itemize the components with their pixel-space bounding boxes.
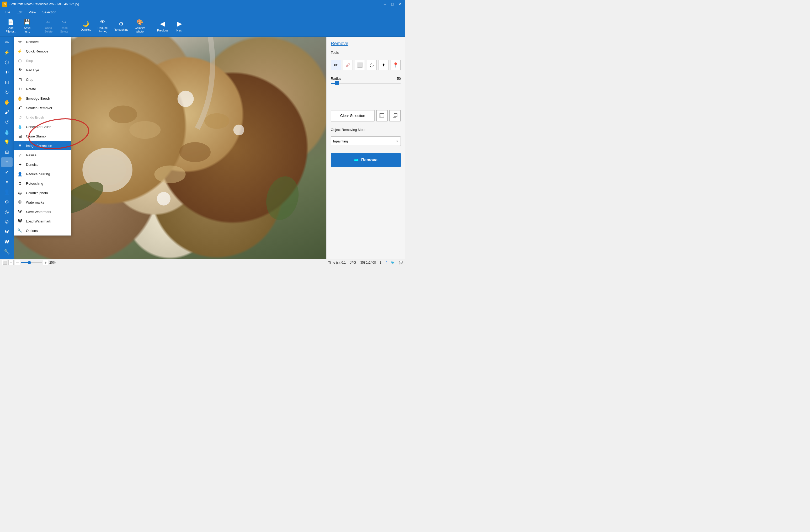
- menu-file[interactable]: File: [2, 10, 13, 15]
- radius-slider-track[interactable]: [331, 83, 401, 84]
- menu-item-save-watermark[interactable]: W Save Watermark: [14, 207, 71, 216]
- twitter-icon[interactable]: 🐦: [391, 261, 395, 264]
- undo-button[interactable]: ↩ Undo Selete: [41, 17, 56, 35]
- sidebar-tool-load-watermark[interactable]: W: [1, 237, 13, 246]
- tool-magic-wand[interactable]: ✦: [378, 60, 389, 70]
- zoom-controls: ⬜ ─ ─ + 25%: [2, 260, 55, 265]
- menu-item-image-correction[interactable]: ≡ Image Correction: [14, 141, 71, 150]
- menu-item-scratch-remover[interactable]: 🖌 Scratch Remover: [14, 103, 71, 113]
- menu-item-clone-stamp[interactable]: ⊞ Clone Stamp: [14, 131, 71, 141]
- dropdown-menu: ✏ Remove ⚡ Quick Remove ⬡ Stop 👁 Red Eye…: [14, 37, 71, 236]
- next-button[interactable]: ▶ Next: [172, 18, 187, 34]
- sidebar-tool-watermarks[interactable]: ©: [1, 217, 13, 227]
- object-mode-dropdown[interactable]: Inpainting ▼: [331, 136, 401, 146]
- menu-item-smudge-brush[interactable]: ✋ Smudge Brush: [14, 94, 71, 103]
- zoom-out-btn[interactable]: ─: [15, 260, 20, 265]
- save-selection-button[interactable]: [376, 110, 388, 122]
- menu-item-colorize[interactable]: ◎ Colorize photo: [14, 188, 71, 197]
- sidebar-tool-options[interactable]: 🔧: [1, 247, 13, 257]
- menu-view[interactable]: View: [26, 10, 38, 15]
- sidebar-tool-retouching[interactable]: ⚙: [1, 197, 13, 207]
- sidebar-tool-crop[interactable]: ⊡: [1, 78, 13, 87]
- sidebar-tool-colorize[interactable]: ◎: [1, 207, 13, 217]
- window-title: SoftOrbits Photo Retoucher Pro - IMG_460…: [10, 2, 79, 6]
- menu-item-reduce-blurring[interactable]: 👤 Reduce blurring: [14, 169, 71, 179]
- svg-point-11: [261, 173, 303, 224]
- spacer: [331, 91, 401, 107]
- sidebar-tool-image-correction[interactable]: ≡: [1, 157, 13, 167]
- previous-button[interactable]: ◀ Previous: [155, 18, 171, 34]
- sidebar-tool-smudge[interactable]: ✋: [1, 98, 13, 107]
- menu-item-crop[interactable]: ⊡ Crop: [14, 75, 71, 84]
- menu-item-remove[interactable]: ✏ Remove: [14, 37, 71, 46]
- tool-select-btn[interactable]: ⬜: [2, 260, 7, 265]
- add-files-label: Add File(s)...: [6, 26, 16, 33]
- clear-selection-button[interactable]: Clear Selection: [331, 110, 375, 122]
- sidebar-tool-quick-remove[interactable]: ⚡: [1, 48, 13, 57]
- facebook-icon[interactable]: f: [386, 261, 387, 264]
- menu-edit[interactable]: Edit: [14, 10, 25, 15]
- load-watermark-menu-icon: W: [17, 218, 23, 224]
- status-left: ⬜ ─ ─ + 25%: [2, 260, 324, 265]
- sidebar-tool-concealer[interactable]: 💧: [1, 128, 13, 137]
- menu-item-undo-brush: ↺ Undo Brush: [14, 113, 71, 122]
- minimize-button[interactable]: ─: [382, 1, 388, 7]
- menu-item-red-eye[interactable]: 👁 Red Eye: [14, 65, 71, 75]
- sidebar-tool-reduce-blurring[interactable]: 👤: [1, 187, 13, 197]
- colorize-button[interactable]: 🎨 Colorize photo: [132, 17, 148, 35]
- object-mode-label: Object Removing Mode: [331, 128, 401, 132]
- clone-stamp-menu-label: Clone Stamp: [26, 134, 68, 138]
- sidebar-tool-resize[interactable]: ⤢: [1, 167, 13, 177]
- close-button[interactable]: ✕: [396, 1, 403, 7]
- retouching-button[interactable]: ⚙ Retouching: [111, 19, 131, 33]
- save-as-button[interactable]: 💾 Save as...: [20, 17, 35, 35]
- zoom-slider[interactable]: [21, 262, 42, 263]
- add-files-icon: 📄: [7, 19, 14, 25]
- menu-item-concealer-brush[interactable]: 💧 Concealer Brush: [14, 122, 71, 131]
- menu-selection[interactable]: Selection: [39, 10, 59, 15]
- menu-item-rotate[interactable]: ↻ Rotate: [14, 84, 71, 94]
- reduce-blurring-button[interactable]: 👁 Reduce blurring: [95, 18, 110, 35]
- menu-item-options[interactable]: 🔧 Options: [14, 226, 71, 235]
- sidebar-tool-clone-stamp[interactable]: ⊞: [1, 147, 13, 157]
- remove-menu-label: Remove: [26, 40, 68, 44]
- menu-item-watermarks[interactable]: © Watermarks: [14, 197, 71, 207]
- retouching-label: Retouching: [114, 28, 129, 31]
- tool-lasso[interactable]: ◌: [367, 60, 377, 70]
- load-selection-button[interactable]: [389, 110, 401, 122]
- tool-eraser[interactable]: 🖌: [343, 60, 353, 70]
- sidebar-tool-denoise[interactable]: ✦: [1, 177, 13, 187]
- redo-button[interactable]: ↪ Redo Selete: [57, 17, 71, 35]
- svg-point-9: [154, 165, 185, 183]
- tool-pin[interactable]: 📍: [391, 60, 401, 70]
- menu-item-retouching[interactable]: ⚙ Retouching: [14, 179, 71, 188]
- menu-item-denoise[interactable]: ✦ Denoise: [14, 160, 71, 169]
- tool-brush[interactable]: ✏: [331, 60, 341, 70]
- sidebar-tool-scratch[interactable]: 🖌: [1, 108, 13, 117]
- zoom-value: 25%: [49, 261, 55, 264]
- zoom-in-btn[interactable]: +: [43, 260, 48, 265]
- add-files-button[interactable]: 📄 Add File(s)...: [3, 17, 19, 35]
- menu-item-load-watermark[interactable]: W Load Watermark: [14, 216, 71, 226]
- radius-slider-thumb[interactable]: [335, 81, 339, 85]
- info-icon[interactable]: ℹ: [380, 261, 382, 264]
- remove-button[interactable]: ⇒ Remove: [331, 153, 401, 167]
- sidebar-tool-save-watermark[interactable]: W: [1, 227, 13, 237]
- maximize-button[interactable]: □: [389, 1, 395, 7]
- sidebar-tool-stop[interactable]: ⬡: [1, 58, 13, 67]
- sidebar-tool-remove[interactable]: ✏: [1, 38, 13, 47]
- sidebar-tool-red-eye[interactable]: 👁: [1, 68, 13, 77]
- menu-item-quick-remove[interactable]: ⚡ Quick Remove: [14, 46, 71, 56]
- sidebar-tool-rotate[interactable]: ↻: [1, 87, 13, 97]
- svg-point-4: [157, 192, 171, 206]
- feedback-icon[interactable]: 💬: [399, 261, 403, 264]
- scratch-menu-icon: 🖌: [17, 105, 23, 111]
- menu-item-resize[interactable]: ⤢ Resize: [14, 150, 71, 160]
- zoom-slider-thumb[interactable]: [28, 261, 31, 264]
- sidebar-tool-light[interactable]: 💡: [1, 138, 13, 147]
- sidebar-tool-undo-brush[interactable]: ↺: [1, 117, 13, 127]
- status-right: Time (s): 0.1 JPG 3580x2408 ℹ f 🐦 💬: [328, 261, 403, 264]
- tool-hand-btn[interactable]: ─: [9, 260, 14, 265]
- denoise-button[interactable]: 🌙 Denoise: [78, 19, 94, 33]
- tool-rect-select[interactable]: ⬜: [355, 60, 365, 70]
